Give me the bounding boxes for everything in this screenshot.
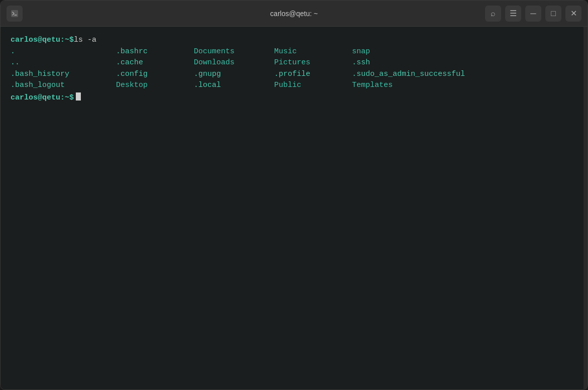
file-desktop: Desktop <box>116 80 194 91</box>
file-gnupg: .gnupg <box>194 69 274 80</box>
file-dotdot: .. <box>11 57 116 69</box>
file-bashrc: .bashrc <box>116 46 194 58</box>
minimize-icon: ─ <box>530 9 536 18</box>
svg-rect-0 <box>11 10 18 17</box>
file-music: Music <box>274 46 352 58</box>
search-icon: ⌕ <box>491 9 496 18</box>
file-profile: .profile <box>274 69 352 80</box>
file-sudo-as-admin: .sudo_as_admin_successful <box>352 69 432 80</box>
terminal-icon <box>7 6 23 22</box>
window-controls: ⌕ ☰ ─ □ ✕ <box>485 6 581 22</box>
menu-button[interactable]: ☰ <box>505 6 521 22</box>
window-title: carlos@qetu: ~ <box>270 10 318 18</box>
file-bash-history: .bash_history <box>11 69 116 80</box>
file-snap: snap <box>352 46 432 58</box>
title-text: carlos@qetu: ~ <box>270 10 318 18</box>
file-downloads: Downloads <box>194 57 274 69</box>
file-cache: .cache <box>116 57 194 69</box>
terminal-wrapper: carlos@qetu:~$ ls -a . .bashrc Documents… <box>1 27 587 389</box>
terminal-body[interactable]: carlos@qetu:~$ ls -a . .bashrc Documents… <box>1 27 583 389</box>
file-documents: Documents <box>194 46 274 58</box>
close-icon: ✕ <box>570 9 577 18</box>
cursor <box>76 92 81 101</box>
command-line-2: carlos@qetu:~$ <box>11 92 573 104</box>
terminal-window: carlos@qetu: ~ ⌕ ☰ ─ □ ✕ carlos@qetu:~$ <box>0 0 588 390</box>
prompt-2: carlos@qetu:~$ <box>11 92 74 104</box>
file-empty-3 <box>432 69 583 80</box>
file-local: .local <box>194 80 274 91</box>
file-pictures: Pictures <box>274 57 352 69</box>
ls-output-grid: . .bashrc Documents Music snap Videos ..… <box>11 46 573 91</box>
scrollbar[interactable] <box>583 27 587 389</box>
menu-icon: ☰ <box>510 9 517 18</box>
close-button[interactable]: ✕ <box>565 6 581 22</box>
minimize-button[interactable]: ─ <box>525 6 541 22</box>
maximize-icon: □ <box>551 9 556 18</box>
file-empty-2 <box>432 57 583 69</box>
file-dot: . <box>11 46 116 58</box>
file-config: .config <box>116 69 194 80</box>
search-button[interactable]: ⌕ <box>485 6 501 22</box>
titlebar-left <box>7 6 23 22</box>
command-line-1: carlos@qetu:~$ ls -a <box>11 35 573 46</box>
file-empty-5 <box>432 80 583 91</box>
file-empty-1 <box>432 46 583 58</box>
prompt-1: carlos@qetu:~$ <box>11 35 74 46</box>
maximize-button[interactable]: □ <box>545 6 561 22</box>
file-templates: Templates <box>352 80 432 91</box>
file-public: Public <box>274 80 352 91</box>
command-1: ls -a <box>74 35 96 46</box>
file-ssh: .ssh <box>352 57 432 69</box>
titlebar: carlos@qetu: ~ ⌕ ☰ ─ □ ✕ <box>1 1 587 27</box>
file-bash-logout: .bash_logout <box>11 80 116 91</box>
